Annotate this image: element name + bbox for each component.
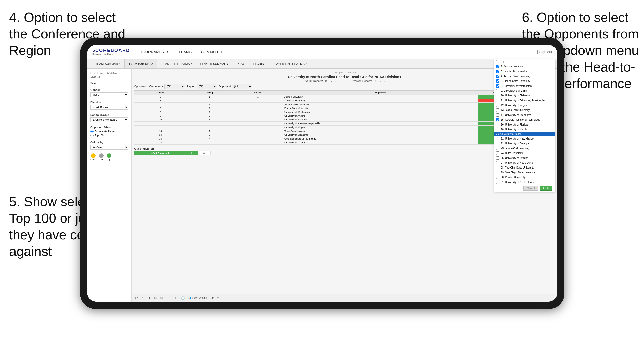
checkbox-auburn[interactable]	[496, 65, 499, 68]
checkbox-illinois[interactable]	[496, 128, 499, 131]
checkbox-texas_am[interactable]	[496, 147, 499, 150]
dropdown-item-texas_am[interactable]: 23. Texas A&M University	[494, 146, 555, 151]
tab-player-summary[interactable]: PLAYER SUMMARY	[196, 59, 233, 68]
checkbox-arizona_state[interactable]	[496, 75, 499, 78]
dropdown-item-texas[interactable]: 20. University of Texas	[494, 132, 555, 136]
dropdown-item-oklahoma[interactable]: 14. University of Oklahoma	[494, 113, 555, 117]
cell-rag: 2	[187, 141, 233, 145]
checkbox-virginia[interactable]	[496, 104, 499, 107]
colour-select[interactable]: Win/loss	[90, 145, 128, 150]
tab-team-h2h-heatmap[interactable]: TEAM H2H HEATMAP	[157, 59, 196, 68]
dropdown-item-duke[interactable]: 24. Duke University	[494, 151, 555, 156]
checkbox-florida[interactable]	[496, 123, 499, 126]
dropdown-item-florida[interactable]: 16. University of Florida	[494, 122, 555, 127]
region-select[interactable]: (All)	[197, 84, 217, 89]
cell-rank: 14	[134, 133, 187, 137]
dropdown-item-oregon[interactable]: 25. University of Oregon	[494, 156, 555, 160]
dropdown-label-florida_state: 6. Florida State University	[501, 80, 530, 82]
dropdown-item-virginia[interactable]: 12. University of Virginia	[494, 103, 555, 108]
toolbar-undo[interactable]: ↩	[134, 295, 139, 300]
apply-button[interactable]: Apply	[540, 186, 552, 191]
logo-sub: Powered by iRecord	[92, 53, 130, 56]
dropdown-item-georgia_tech[interactable]: 15. Georgia Institute of Technology	[494, 117, 555, 122]
division-select[interactable]: NCAA Division I	[90, 105, 128, 110]
checkbox-vanderbilt[interactable]	[496, 70, 499, 73]
dropdown-item-arizona[interactable]: 9. University of Arizona	[494, 88, 555, 93]
conference-select[interactable]: (All)	[164, 84, 185, 89]
dropdown-item-arkansas[interactable]: 11. University of Arkansas, Fayetteville	[494, 98, 555, 103]
checkbox-oklahoma[interactable]	[496, 113, 499, 117]
checkbox-florida_state[interactable]	[496, 79, 499, 83]
school-select[interactable]: 1. University of Nort...	[90, 117, 128, 122]
toolbar-clock[interactable]: 🕐	[180, 295, 186, 300]
checkbox-all[interactable]	[496, 60, 499, 63]
tab-team-summary[interactable]: TEAM SUMMARY	[91, 59, 125, 68]
cell-rag: 1	[187, 103, 233, 106]
checkbox-washington[interactable]	[496, 84, 499, 88]
colour-label: Colour by	[90, 141, 128, 144]
out-of-division-label: Out of division	[134, 147, 555, 150]
checkbox-arkansas[interactable]	[496, 99, 499, 102]
nav-tournaments[interactable]: TOURNAMENTS	[140, 50, 170, 54]
dropdown-item-purdue[interactable]: 30. Purdue University	[494, 175, 555, 180]
dropdown-item-georgia[interactable]: 22. University of Georgia	[494, 141, 555, 146]
dropdown-item-new_mexico[interactable]: 21. University of New Mexico	[494, 136, 555, 141]
radio-opponents-played[interactable]: Opponents Played	[90, 130, 128, 133]
tab-team-h2h-grid[interactable]: TEAM H2H GRID	[125, 59, 157, 68]
out-division-win: 1	[185, 151, 198, 155]
checkbox-north_florida[interactable]	[496, 181, 499, 184]
dropdown-item-texas_tech[interactable]: 13. Texas Tech University	[494, 108, 555, 113]
dropdown-item-auburn[interactable]: 2. Auburn University	[494, 64, 555, 69]
checkbox-san_diego[interactable]	[496, 171, 499, 174]
checkbox-texas_tech[interactable]	[496, 108, 499, 112]
toolbar-eye[interactable]: 👁	[209, 295, 215, 300]
dropdown-item-san_diego[interactable]: 29. San Diego State University	[494, 170, 555, 175]
toolbar-dash[interactable]: —	[166, 295, 172, 300]
cell-rag: 2	[187, 106, 233, 110]
cell-opponent: Arizona State University	[283, 103, 478, 106]
tab-player-h2h-heatmap[interactable]: PLAYER H2H HEATMAP	[268, 59, 311, 68]
logo: 5COREBOARD Powered by iRecord	[92, 48, 130, 56]
cell-rank: 13	[134, 129, 187, 133]
radio-top100[interactable]: Top 100	[90, 134, 128, 137]
cell-opponent: University of Arkansas, Fayetteville	[283, 122, 478, 126]
gender-select[interactable]: Men's	[90, 92, 128, 97]
checkbox-notre_dame[interactable]	[496, 161, 499, 164]
dropdown-item-vanderbilt[interactable]: 3. Vanderbilt University	[494, 69, 555, 74]
toolbar-copy[interactable]: ⎘	[153, 295, 157, 300]
checkbox-purdue[interactable]	[496, 176, 499, 179]
dropdown-actions: Cancel Apply	[494, 185, 555, 192]
dropdown-item-notre_dame[interactable]: 27. University of Notre Dame	[494, 160, 555, 165]
toolbar-w: W	[217, 296, 219, 299]
dropdown-item-arizona_state[interactable]: 4. Arizona State University	[494, 74, 555, 79]
checkbox-arizona[interactable]	[496, 89, 499, 92]
opponent-select[interactable]: (All)	[232, 84, 252, 89]
dropdown-item-all[interactable]: (All)	[494, 59, 555, 64]
cancel-button[interactable]: Cancel	[523, 186, 538, 191]
checkbox-georgia[interactable]	[496, 142, 499, 145]
cell-conf	[233, 114, 283, 118]
dropdown-item-florida_state[interactable]: 6. Florida State University	[494, 79, 555, 84]
cell-rank: 12	[134, 126, 187, 129]
dropdown-item-alabama[interactable]: 10. University of Alabama	[494, 93, 555, 98]
cell-opponent: Auburn University	[283, 95, 478, 99]
dropdown-item-north_florida[interactable]: 31. University of North Florida	[494, 180, 555, 185]
nav-teams[interactable]: TEAMS	[179, 50, 192, 54]
checkbox-alabama[interactable]	[496, 94, 499, 97]
tab-player-h2h-grid[interactable]: PLAYER H2H GRID	[233, 59, 268, 68]
dropdown-item-ohio_state[interactable]: 28. The Ohio State University	[494, 165, 555, 170]
checkbox-oregon[interactable]	[496, 156, 499, 160]
sub-nav: TEAM SUMMARY TEAM H2H GRID TEAM H2H HEAT…	[87, 59, 557, 69]
checkbox-new_mexico[interactable]	[496, 137, 499, 140]
toolbar-redo[interactable]: ↪	[141, 295, 146, 300]
dropdown-item-washington[interactable]: 8. University of Washington	[494, 84, 555, 88]
dropdown-item-illinois[interactable]: 18. University of Illinois	[494, 127, 555, 132]
nav-committee[interactable]: COMMITTEE	[201, 50, 224, 54]
checkbox-ohio_state[interactable]	[496, 166, 499, 169]
toolbar-paste[interactable]: ⧉	[159, 295, 164, 300]
toolbar-plus[interactable]: +	[174, 295, 178, 300]
checkbox-georgia_tech[interactable]	[496, 118, 499, 121]
checkbox-duke[interactable]	[496, 151, 499, 155]
toolbar-back[interactable]: ⟨	[148, 295, 151, 300]
sign-out[interactable]: | Sign out	[537, 50, 552, 54]
